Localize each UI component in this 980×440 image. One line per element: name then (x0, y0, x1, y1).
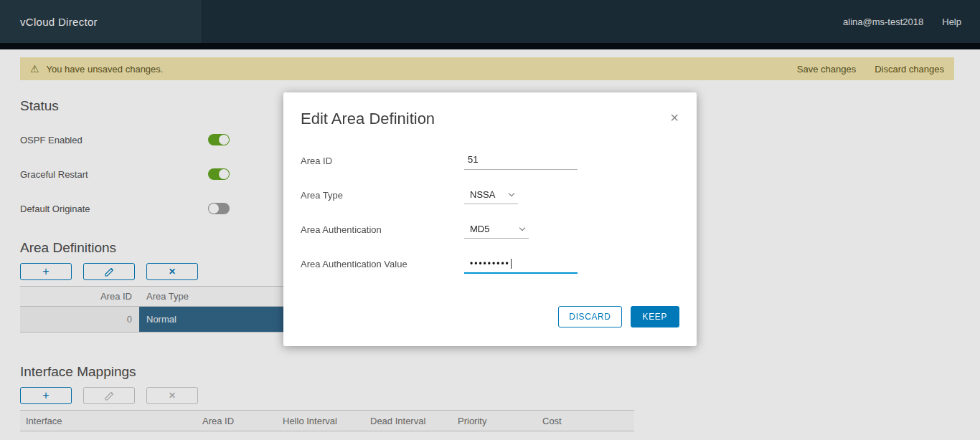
area-authentication-value-field-row: Area Authentication Value ••••••••• (301, 257, 679, 292)
area-id-input[interactable]: 51 (464, 154, 578, 170)
area-authentication-select[interactable]: MD5 (464, 223, 529, 239)
area-id-label: Area ID (301, 154, 464, 188)
area-authentication-field-row: Area Authentication MD5 (301, 223, 679, 257)
area-authentication-value: MD5 (470, 224, 489, 234)
chevron-down-icon (509, 190, 514, 196)
chevron-down-icon (519, 224, 525, 230)
area-type-label: Area Type (301, 188, 464, 223)
area-type-select[interactable]: NSSA (464, 188, 518, 204)
close-icon[interactable]: ✕ (670, 113, 679, 124)
text-cursor (511, 259, 512, 269)
area-type-field-row: Area Type NSSA (301, 188, 679, 223)
modal-title: Edit Area Definition (301, 110, 435, 128)
edit-area-form: Area ID 51 Area Type NSSA Area Authentic… (283, 154, 697, 292)
masked-password-value: ••••••••• (470, 259, 510, 269)
area-type-value: NSSA (470, 189, 495, 200)
area-id-value: 51 (468, 154, 478, 165)
area-authentication-label: Area Authentication (301, 223, 464, 257)
keep-button[interactable]: KEEP (631, 306, 679, 327)
area-authentication-value-label: Area Authentication Value (301, 257, 464, 292)
discard-button[interactable]: DISCARD (558, 306, 621, 327)
area-authentication-value-input[interactable]: ••••••••• (464, 257, 578, 274)
edit-area-definition-modal: Edit Area Definition ✕ Area ID 51 Area T… (283, 92, 697, 346)
area-id-field-row: Area ID 51 (301, 154, 679, 188)
